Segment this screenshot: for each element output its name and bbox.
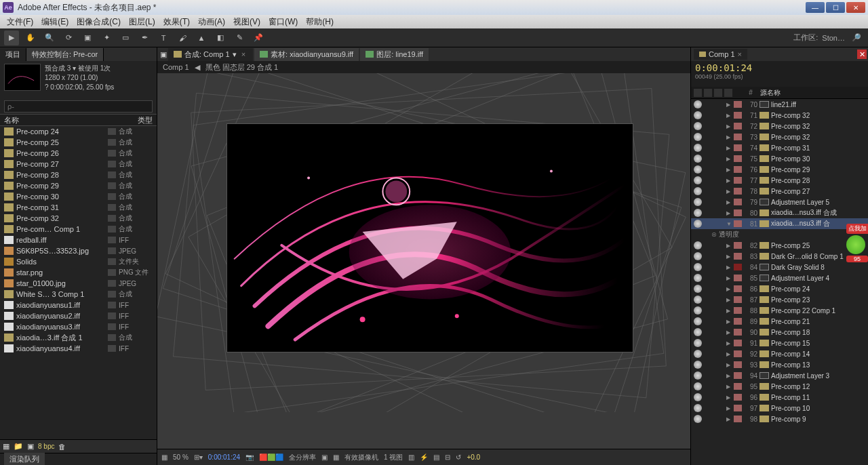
eye-icon[interactable] [694, 404, 702, 412]
timeline-layer-row[interactable]: ▶87Pre-comp 23 [691, 294, 868, 305]
fast-preview-icon[interactable]: ⚡ [420, 453, 428, 461]
eye-icon[interactable] [694, 393, 702, 401]
eye-icon[interactable] [694, 328, 702, 336]
project-item[interactable]: xiaodianyuansu3.iffIFF [0, 321, 157, 332]
project-item[interactable]: Solids文件夹 [0, 256, 157, 267]
eye-icon[interactable] [694, 382, 702, 390]
col-type-header[interactable]: 类型 [138, 115, 153, 125]
timeline-layer-row[interactable]: ▶75Pre-comp 30 [691, 153, 868, 164]
eye-icon[interactable] [694, 176, 702, 184]
aspect-icon[interactable]: ⊞▾ [194, 453, 203, 461]
minimize-button[interactable]: — [806, 2, 825, 13]
eye-icon[interactable] [694, 198, 702, 206]
bit-depth-label[interactable]: 8 bpc [38, 443, 54, 450]
grid-icon[interactable]: ▦ [161, 453, 167, 461]
zoom-tool[interactable]: 🔍 [42, 31, 57, 45]
viewer-lock-icon[interactable]: ▣ [160, 50, 167, 59]
stamp-tool[interactable]: ▲ [194, 31, 209, 45]
reset-exposure-icon[interactable]: ↺ [456, 453, 461, 461]
hand-tool[interactable]: ✋ [23, 31, 38, 45]
project-item[interactable]: S6K8P5S…33523.jpgJPEG [0, 245, 157, 256]
pixel-aspect-icon[interactable]: ▥ [408, 453, 414, 461]
timeline-layer-row[interactable]: ▶71Pre-comp 32 [691, 110, 868, 121]
promo-badge[interactable]: 点我加 95 [846, 224, 868, 264]
close-button[interactable]: ✕ [846, 2, 865, 13]
eye-icon[interactable] [694, 371, 702, 380]
viewer-tab-comp[interactable]: 合成: Comp 1▾× [168, 48, 253, 61]
eye-icon[interactable] [694, 252, 702, 260]
tab-render-queue[interactable]: 渲染队列 [4, 453, 45, 465]
timeline-layer-row[interactable]: ▶91Pre-comp 15 [691, 338, 868, 348]
eye-icon[interactable] [694, 220, 702, 228]
solo-column-icon[interactable] [714, 89, 722, 97]
resolution-dropdown[interactable]: 全分辨率 [289, 453, 316, 462]
timeline-layer-row[interactable]: ▶94Adjustment Layer 3 [691, 370, 868, 381]
project-item[interactable]: Pre-comp 26合成 [0, 148, 157, 159]
project-item[interactable]: xiaodianyuansu1.iffIFF [0, 300, 157, 310]
eye-icon[interactable] [694, 187, 702, 195]
timeline-layer-row[interactable]: ▶90Pre-comp 18 [691, 327, 868, 338]
eraser-tool[interactable]: ◧ [213, 31, 228, 45]
menu-animation[interactable]: 动画(A) [194, 16, 229, 28]
eye-icon[interactable] [694, 165, 702, 174]
camera-dropdown[interactable]: 有效摄像机 [344, 453, 378, 462]
channel-icon[interactable]: 🟥🟩🟦 [259, 453, 283, 461]
project-item[interactable]: Pre-com… Comp 1合成 [0, 224, 157, 235]
eye-column-icon[interactable] [694, 89, 702, 97]
eye-icon[interactable] [694, 155, 702, 163]
timeline-layer-row[interactable]: ▶74Pre-comp 31 [691, 142, 868, 153]
project-item[interactable]: Pre-comp 27合成 [0, 159, 157, 169]
eye-icon[interactable] [694, 100, 702, 108]
new-folder-icon[interactable]: 📁 [14, 442, 23, 451]
menu-edit[interactable]: 编辑(E) [37, 16, 73, 28]
eye-icon[interactable] [694, 296, 702, 304]
eye-icon[interactable] [694, 285, 702, 293]
timeline-layer-row[interactable]: ▶76Pre-comp 29 [691, 164, 868, 175]
timeline-layer-row[interactable]: ▶72Pre-comp 32 [691, 121, 868, 132]
project-item[interactable]: xiaodia…3.iff 合成 1合成 [0, 332, 157, 343]
timeline-layer-row[interactable]: ▶92Pre-comp 14 [691, 348, 868, 359]
timeline-layer-row[interactable]: ▶82Pre-comp 25 [691, 240, 868, 251]
project-item[interactable]: Pre-comp 28合成 [0, 169, 157, 180]
timeline-layer-row[interactable]: ▶79Adjustment Layer 5 [691, 197, 868, 207]
timeline-layer-row[interactable]: ▶98Pre-comp 9 [691, 413, 868, 424]
eye-icon[interactable] [694, 306, 702, 315]
timeline-layer-row[interactable]: ▶97Pre-comp 10 [691, 403, 868, 413]
timeline-layer-row[interactable]: ▶88Pre-comp 22 Comp 1 [691, 305, 868, 316]
composition-canvas[interactable] [157, 73, 690, 449]
project-item[interactable]: Pre-comp 24合成 [0, 126, 157, 137]
transparency-icon[interactable]: ▦ [333, 453, 339, 461]
interpret-footage-icon[interactable]: ▦ [3, 442, 9, 451]
timeline-layer-row[interactable]: ▶96Pre-comp 11 [691, 392, 868, 403]
timeline-layer-row[interactable]: ▶83Dark Gr…olid 8 Comp 1 [691, 251, 868, 262]
timeline-layer-row[interactable]: ▶95Pre-comp 12 [691, 381, 868, 392]
timeline-layer-row[interactable]: ▶89Pre-comp 21 [691, 316, 868, 327]
delete-icon[interactable]: 🗑 [58, 443, 66, 451]
timeline-layer-row[interactable]: ▶73Pre-comp 32 [691, 132, 868, 142]
close-panel-icon[interactable]: ✕ [857, 49, 867, 59]
timeline-layer-row[interactable]: ▶85Adjustment Layer 4 [691, 272, 868, 283]
project-asset-list[interactable]: Pre-comp 24合成Pre-comp 25合成Pre-comp 26合成P… [0, 126, 157, 439]
eye-icon[interactable] [694, 274, 702, 282]
project-item[interactable]: Pre-comp 31合成 [0, 202, 157, 213]
timeline-timecode[interactable]: 0:00:01:24 [695, 62, 864, 73]
timeline-tab[interactable]: Comp 1× [694, 49, 747, 60]
timeline-layer-row[interactable]: ▶86Pre-comp 24 [691, 283, 868, 294]
project-item[interactable]: star.pngPNG 文件 [0, 267, 157, 278]
breadcrumb-layer[interactable]: 黑色 固态层 29 合成 1 [205, 62, 279, 73]
eye-icon[interactable] [694, 122, 702, 130]
eye-icon[interactable] [694, 133, 702, 141]
menu-file[interactable]: 文件(F) [3, 16, 37, 28]
timeline-layer-row[interactable]: ▶78Pre-comp 27 [691, 186, 868, 197]
zoom-dropdown[interactable]: 50 % [173, 453, 189, 461]
timecode-display[interactable]: 0:00:01:24 [208, 453, 240, 461]
project-item[interactable]: Pre-comp 29合成 [0, 180, 157, 191]
tab-project[interactable]: 项目 [0, 48, 26, 61]
timeline-layer-row[interactable]: ▶80xiaodia…nsu3.iff 合成 [691, 207, 868, 218]
eye-icon[interactable] [694, 111, 702, 119]
eye-icon[interactable] [694, 415, 702, 423]
project-search-input[interactable] [4, 100, 153, 113]
timeline-layer-row[interactable]: ▶70line21.iff [691, 99, 868, 110]
viewer-tab-footage[interactable]: 素材: xiaodianyuansu9.iff [254, 48, 359, 61]
views-dropdown[interactable]: 1 视图 [384, 453, 403, 462]
